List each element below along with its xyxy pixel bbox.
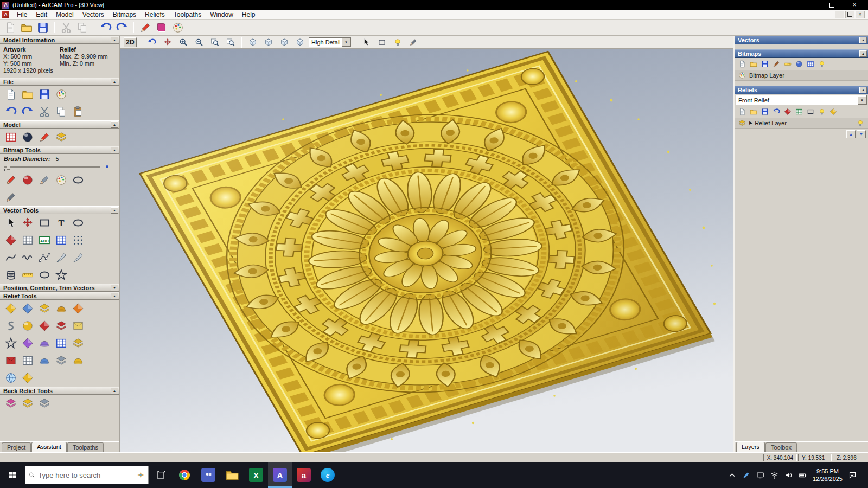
create-ellipse-tool[interactable] — [71, 216, 85, 230]
menu-window[interactable]: Window — [206, 10, 238, 19]
collapse-button[interactable]: ▲ — [111, 121, 118, 128]
iso-view-1-button[interactable] — [246, 35, 260, 49]
menu-toolpaths[interactable]: Toolpaths — [169, 10, 206, 19]
texture-flow-tool[interactable] — [4, 371, 18, 385]
open-model-tool[interactable] — [21, 87, 35, 101]
palette-tool[interactable] — [54, 173, 68, 187]
block-copy-tool[interactable] — [54, 233, 68, 247]
menu-vectors[interactable]: Vectors — [78, 10, 108, 19]
calculate-relief-button[interactable] — [806, 107, 815, 117]
shape-editor-tool[interactable] — [4, 301, 18, 316]
collapse-button[interactable]: ▲ — [859, 37, 867, 43]
toggle-origin-button[interactable] — [359, 35, 373, 49]
measure-tool[interactable] — [21, 268, 35, 282]
trim-tool[interactable] — [71, 251, 85, 265]
smooth-polyline-tool[interactable] — [21, 251, 35, 265]
create-back-relief-tool[interactable] — [4, 396, 18, 410]
tab-toolbox[interactable]: Toolbox — [765, 442, 797, 452]
pen-tray-icon[interactable] — [742, 471, 750, 479]
notes-tool[interactable] — [54, 130, 68, 144]
dropdown-button[interactable]: ▼ — [342, 38, 350, 47]
set-model-size-tool[interactable] — [4, 130, 18, 144]
relief-render[interactable] — [120, 49, 733, 452]
open-bitmap-button[interactable] — [749, 59, 758, 69]
text-table-tool[interactable] — [37, 233, 52, 247]
paste-relief-tool[interactable] — [54, 319, 68, 333]
scale-to-fit-button[interactable] — [224, 35, 238, 49]
save-relief-button[interactable] — [760, 107, 770, 117]
toggle-light-button[interactable] — [391, 35, 405, 49]
bitmap-to-vector-tool[interactable] — [4, 233, 18, 247]
detail-select[interactable]: High Detail ▼ — [309, 37, 351, 47]
scale-relief-tool[interactable] — [21, 354, 35, 368]
lighting-tool[interactable] — [21, 130, 35, 144]
paint-tool[interactable] — [4, 173, 18, 187]
taskbar-app-artcam[interactable]: A — [268, 462, 292, 488]
speaker-icon[interactable] — [784, 471, 793, 479]
save-bitmap-button[interactable] — [760, 59, 770, 69]
paste-along-curve-tool[interactable] — [21, 233, 35, 247]
cut-button[interactable] — [59, 21, 73, 35]
tab-project[interactable]: Project — [2, 442, 31, 452]
delete-back-relief-tool[interactable] — [37, 396, 52, 410]
node-editing-tool[interactable] — [37, 251, 52, 265]
dropdown-button[interactable]: ▼ — [858, 96, 866, 105]
child-close-button[interactable]: × — [856, 11, 865, 18]
measure-layer-button[interactable] — [783, 59, 793, 69]
collapse-button[interactable]: ▲ — [111, 207, 118, 214]
save-model-button[interactable] — [36, 21, 50, 35]
offset-relief-tool[interactable] — [71, 336, 85, 350]
smooth-tool[interactable] — [4, 319, 18, 333]
brush-diameter-slider[interactable] — [4, 163, 114, 170]
start-button[interactable] — [0, 462, 25, 488]
display-tray-icon[interactable] — [756, 471, 764, 479]
vector-doctor-tool[interactable] — [4, 268, 18, 282]
relief-layer-row[interactable]: ▶ Relief Layer — [735, 118, 868, 129]
open-relief-button[interactable] — [749, 107, 758, 117]
texture-relief-tool[interactable] — [54, 336, 68, 350]
zoom-out-button[interactable] — [192, 35, 206, 49]
transfer-relief-button[interactable] — [771, 107, 781, 117]
collapse-button[interactable]: ▲ — [859, 50, 867, 57]
taskbar-app-chat[interactable] — [196, 462, 220, 488]
move-layer-up-button[interactable]: ▲ — [846, 130, 856, 138]
search-input[interactable] — [38, 471, 133, 479]
toggle-relief-visibility-button[interactable] — [817, 107, 827, 117]
minimize-button[interactable]: – — [797, 0, 820, 10]
merge-relief-tool[interactable] — [54, 301, 68, 316]
combine-relief-button[interactable] — [783, 107, 793, 117]
zoom-window-button[interactable] — [208, 35, 222, 49]
link-layer-button[interactable] — [794, 59, 804, 69]
tab-toolpaths[interactable]: Toolpaths — [67, 442, 104, 452]
action-center-icon[interactable] — [848, 471, 857, 479]
child-minimize-button[interactable]: – — [835, 11, 844, 18]
save-model-tool[interactable] — [37, 87, 52, 101]
previous-view-button[interactable] — [145, 35, 159, 49]
grid-layer-button[interactable] — [806, 59, 815, 69]
taskbar-clock[interactable]: 9:55 PM 12/26/2025 — [813, 467, 843, 483]
battery-icon[interactable] — [799, 471, 807, 479]
toggle-bitmap-visibility-button[interactable] — [817, 59, 827, 69]
menu-help[interactable]: Help — [238, 10, 260, 19]
zero-plane-tool[interactable] — [4, 354, 18, 368]
smooth-relief-tool[interactable] — [21, 301, 35, 316]
collapse-button[interactable]: ▲ — [111, 37, 118, 43]
transform-vectors-tool[interactable] — [21, 216, 35, 230]
taskbar-app-edge[interactable]: e — [316, 462, 340, 488]
maximize-button[interactable] — [820, 0, 843, 10]
constant-height-tool[interactable] — [21, 371, 35, 385]
taskbar-app-excel[interactable]: X — [244, 462, 268, 488]
annotate-button[interactable] — [138, 21, 152, 35]
slider-track[interactable] — [4, 166, 100, 168]
task-view-button[interactable] — [149, 462, 173, 488]
undo-button[interactable] — [99, 21, 113, 35]
menu-reliefs[interactable]: Reliefs — [141, 10, 169, 19]
taskbar-app-chrome[interactable] — [173, 462, 196, 488]
eraser-tool[interactable] — [71, 173, 85, 187]
taskbar-app-red[interactable]: a — [292, 462, 316, 488]
copy-tool[interactable] — [54, 105, 68, 119]
create-text-tool[interactable] — [54, 216, 68, 230]
relief-from-image-tool[interactable] — [54, 354, 68, 368]
paint-layer-button[interactable] — [771, 59, 781, 69]
extrude-tool[interactable] — [21, 336, 35, 350]
